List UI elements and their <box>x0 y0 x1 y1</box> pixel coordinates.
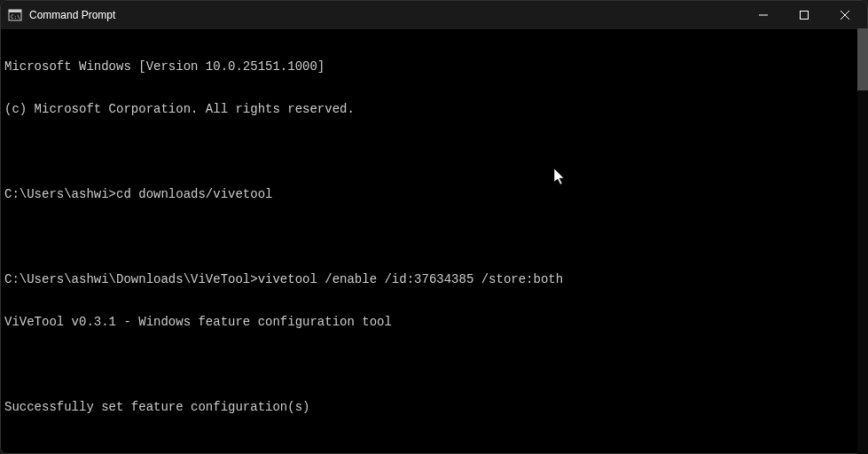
svg-rect-4 <box>801 12 809 20</box>
terminal-output[interactable]: Microsoft Windows [Version 10.0.25151.10… <box>1 29 867 453</box>
minimize-button[interactable] <box>743 1 784 29</box>
terminal-line: C:\Users\ashwi>cd downloads/vivetool <box>4 187 864 201</box>
maximize-button[interactable] <box>784 1 825 29</box>
command-prompt-window: C:\ Command Prompt <box>0 0 868 454</box>
terminal-line: Microsoft Windows [Version 10.0.25151.10… <box>4 59 864 74</box>
terminal-line: ViVeTool v0.3.1 - Windows feature config… <box>4 315 864 329</box>
svg-text:C:\: C:\ <box>11 13 20 20</box>
terminal-line <box>4 442 864 453</box>
scrollbar-track[interactable] <box>857 28 868 454</box>
close-button[interactable] <box>825 1 865 29</box>
terminal-line <box>4 145 864 159</box>
titlebar[interactable]: C:\ Command Prompt <box>1 1 867 29</box>
terminal-line <box>4 357 864 372</box>
terminal-line: Successfully set feature configuration(s… <box>4 400 864 414</box>
svg-rect-1 <box>9 10 21 12</box>
terminal-line <box>4 230 864 244</box>
terminal-line: (c) Microsoft Corporation. All rights re… <box>4 102 864 116</box>
cmd-icon: C:\ <box>8 8 22 22</box>
titlebar-left: C:\ Command Prompt <box>8 8 115 22</box>
window-title: Command Prompt <box>29 9 115 21</box>
scrollbar-thumb[interactable] <box>857 28 868 90</box>
window-controls <box>743 1 865 29</box>
terminal-line: C:\Users\ashwi\Downloads\ViVeTool>viveto… <box>4 272 864 286</box>
